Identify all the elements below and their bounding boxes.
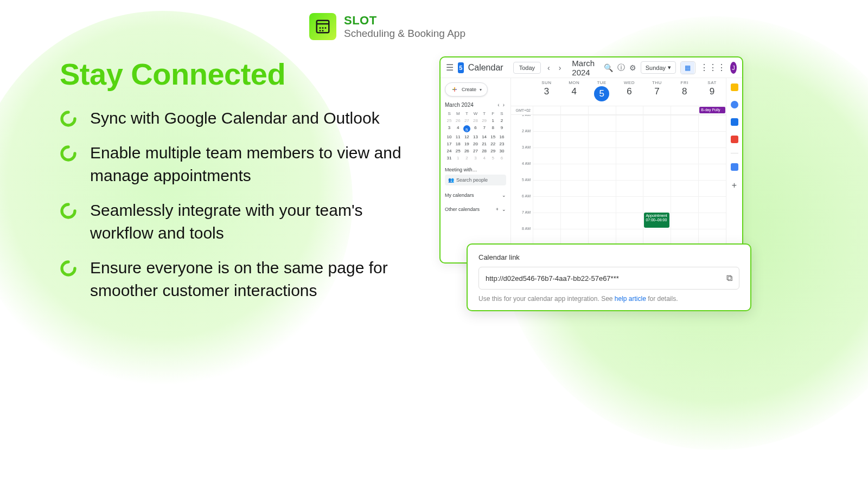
mini-day[interactable]: 16 <box>497 133 506 140</box>
allday-cell[interactable]: B-day Polly <box>698 106 726 114</box>
mini-day[interactable]: 14 <box>480 133 489 140</box>
mini-next-icon[interactable]: › <box>501 102 506 108</box>
mini-day[interactable]: 20 <box>471 140 480 147</box>
keep-icon[interactable] <box>731 84 738 91</box>
create-label: Create <box>462 87 476 92</box>
tasks-view-icon[interactable]: ✓ <box>694 62 695 74</box>
day-header[interactable]: THU7 <box>643 78 671 106</box>
add-icon[interactable]: + <box>496 207 499 212</box>
mini-day[interactable]: 8 <box>489 124 497 133</box>
allday-cell[interactable] <box>643 106 671 114</box>
day-header[interactable]: WED6 <box>616 78 643 106</box>
mini-day[interactable]: 15 <box>489 133 497 140</box>
mini-day[interactable]: 27 <box>462 117 471 124</box>
search-people-input[interactable]: 👥 Search people <box>445 175 506 185</box>
mini-day[interactable]: 19 <box>462 140 471 147</box>
mini-day[interactable]: 13 <box>471 133 480 140</box>
mini-prev-icon[interactable]: ‹ <box>496 102 501 108</box>
mini-day[interactable]: 5 <box>489 155 497 162</box>
mini-day[interactable]: 1 <box>489 117 497 124</box>
dow-label: FRI <box>671 80 698 85</box>
mini-day[interactable]: 18 <box>454 140 462 147</box>
menu-icon[interactable]: ☰ <box>446 62 454 73</box>
allday-cell[interactable] <box>671 106 698 114</box>
prev-week-icon[interactable]: ‹ <box>545 63 552 72</box>
help-article-link[interactable]: help article <box>615 295 646 303</box>
day-column[interactable] <box>533 115 560 262</box>
copy-icon[interactable]: ⧉ <box>726 273 732 283</box>
add-addon-icon[interactable]: + <box>732 181 737 190</box>
mini-day[interactable]: 31 <box>445 155 454 162</box>
mini-day[interactable]: 29 <box>489 147 497 155</box>
mini-day[interactable]: 24 <box>445 147 454 155</box>
mini-day[interactable]: 3 <box>471 155 480 162</box>
mini-day[interactable]: 6 <box>471 124 480 133</box>
day-header[interactable]: FRI8 <box>671 78 698 106</box>
day-header[interactable]: SAT9 <box>698 78 726 106</box>
mini-day[interactable]: 6 <box>497 155 506 162</box>
calendar-link-input[interactable] <box>486 274 726 282</box>
brand-header: SLOT Scheduling & Booking App <box>309 0 868 40</box>
allday-event[interactable]: B-day Polly <box>699 107 725 113</box>
allday-cell[interactable] <box>533 106 560 114</box>
day-column[interactable] <box>671 115 698 262</box>
mini-day[interactable]: 22 <box>489 140 497 147</box>
mini-day[interactable]: 17 <box>445 140 454 147</box>
dow-label: THU <box>643 80 671 85</box>
mini-day[interactable]: 29 <box>480 117 489 124</box>
mini-day[interactable]: 28 <box>471 117 480 124</box>
mini-day[interactable]: 25 <box>445 117 454 124</box>
apps-icon[interactable]: ⋮⋮⋮ <box>700 62 726 73</box>
user-avatar[interactable]: J <box>730 62 737 74</box>
mini-day[interactable]: 30 <box>497 147 506 155</box>
event-time: 07:00–08:00 <box>646 218 668 222</box>
mini-day[interactable]: 28 <box>480 147 489 155</box>
mini-day[interactable]: 2 <box>462 155 471 162</box>
settings-icon[interactable]: ⚙ <box>629 63 636 72</box>
mini-day[interactable]: 23 <box>497 140 506 147</box>
day-column[interactable] <box>560 115 588 262</box>
day-column[interactable] <box>588 115 616 262</box>
contacts-icon[interactable] <box>731 118 738 126</box>
allday-cell[interactable] <box>588 106 616 114</box>
mini-day[interactable]: 1 <box>454 155 462 162</box>
day-column[interactable]: Appointment07:00–08:00 <box>643 115 671 262</box>
search-icon[interactable]: 🔍 <box>604 63 613 72</box>
view-select[interactable]: Sunday▾ <box>641 61 676 74</box>
addon-icon[interactable] <box>731 163 738 171</box>
other-calendars-toggle[interactable]: Other calendars+⌄ <box>445 205 506 214</box>
bullet-icon <box>60 145 77 162</box>
help-icon[interactable]: ⓘ <box>617 63 625 73</box>
maps-icon[interactable] <box>731 136 738 143</box>
allday-cell[interactable] <box>616 106 643 114</box>
mini-day[interactable]: 26 <box>454 117 462 124</box>
calendar-event[interactable]: Appointment07:00–08:00 <box>644 213 669 228</box>
mini-day[interactable]: 25 <box>454 147 462 155</box>
day-header[interactable]: TUE5 <box>588 78 616 106</box>
mini-day[interactable]: 10 <box>445 133 454 140</box>
mini-day[interactable]: 4 <box>454 124 462 133</box>
create-button[interactable]: Create ▾ <box>445 82 488 97</box>
mini-day[interactable]: 27 <box>471 147 480 155</box>
mini-day[interactable]: 5 <box>462 124 471 133</box>
gcal-logo-icon: 5 <box>458 62 464 73</box>
mini-day[interactable]: 21 <box>480 140 489 147</box>
mini-day[interactable]: 4 <box>480 155 489 162</box>
mini-day[interactable]: 9 <box>497 124 506 133</box>
mini-day[interactable]: 11 <box>454 133 462 140</box>
tasks-icon[interactable] <box>731 101 738 108</box>
allday-cell[interactable] <box>560 106 588 114</box>
calendar-view-icon[interactable]: ▦ <box>681 62 694 74</box>
mini-day[interactable]: 3 <box>445 124 454 133</box>
day-column[interactable] <box>698 115 726 262</box>
my-calendars-toggle[interactable]: My calendars⌄ <box>445 191 506 200</box>
today-button[interactable]: Today <box>513 62 541 74</box>
next-week-icon[interactable]: › <box>557 63 564 72</box>
day-header[interactable]: MON4 <box>560 78 588 106</box>
mini-day[interactable]: 2 <box>497 117 506 124</box>
mini-day[interactable]: 26 <box>462 147 471 155</box>
day-header[interactable]: SUN3 <box>533 78 560 106</box>
mini-day[interactable]: 12 <box>462 133 471 140</box>
mini-day[interactable]: 7 <box>480 124 489 133</box>
day-column[interactable] <box>616 115 643 262</box>
